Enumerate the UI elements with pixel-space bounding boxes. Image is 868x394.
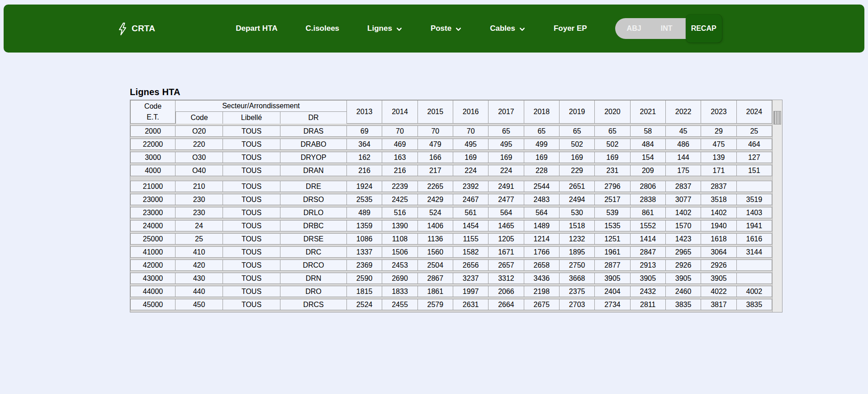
cell-year-value: 2703 xyxy=(560,299,595,310)
group-spacer-row xyxy=(130,178,772,179)
header-year-2013: 2013 xyxy=(347,100,382,124)
brand-label: CRTA xyxy=(132,24,155,34)
nav-item-cables[interactable]: Cables xyxy=(490,24,526,33)
table-row: 2400024TOUSDRBC1359139014061454146514891… xyxy=(130,220,772,231)
cell-year-value: 65 xyxy=(489,125,524,137)
cell-year-value: 1671 xyxy=(489,246,524,258)
cell-year-value: 169 xyxy=(453,152,489,163)
vertical-scrollbar[interactable] xyxy=(772,100,782,312)
cell-year-value: 171 xyxy=(701,165,736,176)
cell-year-value: 2535 xyxy=(347,194,382,205)
cell-dr: DRBC xyxy=(280,220,347,231)
cell-libelle: TOUS xyxy=(223,152,280,163)
cell-year-value: 2460 xyxy=(666,286,701,297)
table-row: 2500025TOUSDRSE1086110811361155120512141… xyxy=(130,233,772,245)
cell-year-value: 2239 xyxy=(382,181,417,192)
cell-year-value: 127 xyxy=(737,152,772,163)
cell-year-value: 224 xyxy=(453,165,489,176)
cell-year-value: 216 xyxy=(347,165,382,176)
cell-code: 220 xyxy=(175,139,223,150)
cell-year-value: 3518 xyxy=(701,194,736,205)
cell-year-value: 1618 xyxy=(701,233,736,245)
cell-year-value: 1570 xyxy=(666,220,701,231)
table-row: 23000230TOUSDRLO489516524561564564530539… xyxy=(130,207,772,218)
toggle-option-int[interactable]: INT xyxy=(650,24,683,33)
header-year-2024: 2024 xyxy=(737,100,772,124)
table-row: 42000420TOUSDRCO236924532504265626572658… xyxy=(130,259,772,271)
cell-year-value: 502 xyxy=(595,139,630,150)
cell-code: 25 xyxy=(175,233,223,245)
cell-year-value: 1552 xyxy=(631,220,666,231)
cell-dr: DRE xyxy=(280,181,347,192)
cell-year-value: 2913 xyxy=(631,259,666,271)
cell-year-value: 3905 xyxy=(701,273,736,284)
cell-year-value: 2664 xyxy=(489,299,524,310)
cell-year-value: 2631 xyxy=(453,299,489,310)
toggle-option-recap[interactable]: RECAP xyxy=(686,14,722,43)
cell-year-value: 484 xyxy=(631,139,666,150)
nav-item-c-isolees[interactable]: C.isolees xyxy=(305,24,339,33)
chevron-down-icon xyxy=(396,26,403,33)
cell-year-value: 2392 xyxy=(453,181,489,192)
cell-year-value: 495 xyxy=(453,139,489,150)
toggle-option-abj[interactable]: ABJ xyxy=(618,24,650,33)
cell-year-value: 499 xyxy=(524,139,560,150)
nav-item-lignes[interactable]: Lignes xyxy=(367,24,403,33)
cell-year-value: 2517 xyxy=(595,194,630,205)
cell-code: 440 xyxy=(175,286,223,297)
cell-year-value: 1086 xyxy=(347,233,382,245)
cell-year-value: 561 xyxy=(453,207,489,218)
cell-libelle: TOUS xyxy=(223,220,280,231)
cell-year-value xyxy=(737,181,772,192)
nav-item-foyer-ep[interactable]: Foyer EP xyxy=(554,24,587,33)
cell-year-value: 469 xyxy=(382,139,417,150)
cell-year-value: 3519 xyxy=(737,194,772,205)
cell-year-value: 65 xyxy=(524,125,560,137)
cell-year-value: 3668 xyxy=(560,273,595,284)
cell-year-value: 1833 xyxy=(382,286,417,297)
cell-year-value: 1616 xyxy=(737,233,772,245)
table-row: 3000O30TOUSDRYOP162163166169169169169169… xyxy=(130,152,772,163)
cell-code-et: 24000 xyxy=(130,220,175,231)
cell-code-et: 45000 xyxy=(130,299,175,310)
cell-libelle: TOUS xyxy=(223,194,280,205)
cell-year-value: 1423 xyxy=(666,233,701,245)
cell-year-value: 1155 xyxy=(453,233,489,245)
cell-year-value: 1136 xyxy=(418,233,453,245)
cell-year-value: 2432 xyxy=(631,286,666,297)
scrollbar-thumb[interactable] xyxy=(773,111,781,125)
cell-year-value: 217 xyxy=(418,165,453,176)
cell-year-value: 3077 xyxy=(666,194,701,205)
cell-year-value: 2425 xyxy=(382,194,417,205)
nav-item-poste[interactable]: Poste xyxy=(431,24,462,33)
brand[interactable]: CRTA xyxy=(118,22,155,35)
main-content: Lignes HTA Code E.T. Secteur/Arrondissem… xyxy=(0,53,868,312)
cell-year-value: 3817 xyxy=(701,299,736,310)
chevron-down-icon xyxy=(455,26,462,33)
cell-code-et: 4000 xyxy=(130,165,175,176)
nav-item-label: Lignes xyxy=(367,24,392,33)
cell-code-et: 3000 xyxy=(130,152,175,163)
cell-year-value: 1402 xyxy=(666,207,701,218)
cell-year-value: 475 xyxy=(701,139,736,150)
cell-year-value: 464 xyxy=(737,139,772,150)
cell-year-value: 1403 xyxy=(737,207,772,218)
header-year-2020: 2020 xyxy=(595,100,630,124)
cell-code: O40 xyxy=(175,165,223,176)
header-dr: DR xyxy=(280,111,347,124)
cell-year-value: 2544 xyxy=(524,181,560,192)
cell-year-value: 2404 xyxy=(595,286,630,297)
cell-year-value: 1414 xyxy=(631,233,666,245)
nav-item-depart-hta[interactable]: Depart HTA xyxy=(236,24,277,33)
cell-year-value: 4022 xyxy=(701,286,736,297)
table-row: 22000220TOUSDRABO36446947949549549950250… xyxy=(130,139,772,150)
cell-code-et: 43000 xyxy=(130,273,175,284)
header-year-2019: 2019 xyxy=(560,100,595,124)
cell-year-value: 1961 xyxy=(595,246,630,258)
cell-year-value: 1560 xyxy=(418,246,453,258)
cell-year-value: 2375 xyxy=(560,286,595,297)
cell-year-value: 1232 xyxy=(560,233,595,245)
cell-dr: DRAS xyxy=(280,125,347,137)
table-row: 45000450TOUSDRCS252424552579263126642675… xyxy=(130,299,772,310)
top-navbar: CRTA Depart HTAC.isoleesLignesPosteCable… xyxy=(4,5,864,53)
